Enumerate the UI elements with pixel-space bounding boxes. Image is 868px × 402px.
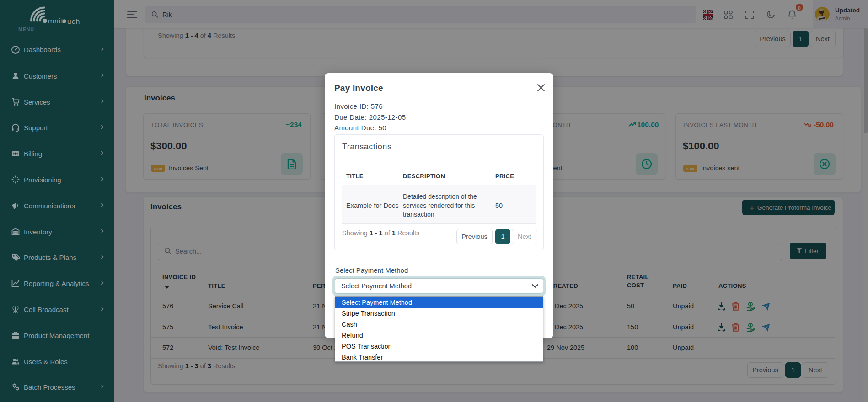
svg-text:mnit: mnit	[48, 17, 64, 25]
svg-text:A: A	[15, 305, 16, 308]
svg-text:uch: uch	[67, 17, 80, 25]
